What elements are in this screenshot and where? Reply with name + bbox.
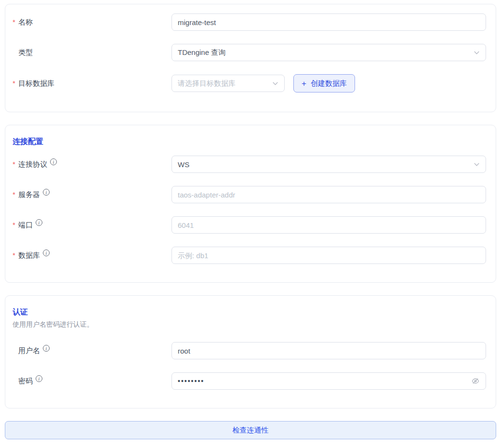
target-db-label-text: 目标数据库 <box>18 79 54 88</box>
info-icon[interactable]: i <box>43 250 50 256</box>
password-row: 密码 i •••••••• <box>13 372 486 390</box>
required-mark: * <box>13 220 18 230</box>
auth-subtitle: 使用用户名密码进行认证。 <box>13 320 486 329</box>
required-mark: * <box>13 17 18 27</box>
type-label-text: 类型 <box>18 48 33 57</box>
name-row: * 名称 <box>13 13 486 31</box>
create-database-button[interactable]: + 创建数据库 <box>293 74 355 92</box>
type-label: 类型 <box>13 48 171 57</box>
username-label-text: 用户名 <box>18 346 40 356</box>
datasource-form-page: * 名称 类型 TDengine 查询 <box>0 0 501 439</box>
target-db-label: * 目标数据库 <box>13 79 171 88</box>
database-label-text: 数据库 <box>18 250 40 260</box>
username-label: 用户名 i <box>13 346 171 356</box>
auth-card: 认证 使用用户名密码进行认证。 用户名 i 密码 i •••••••• <box>5 295 496 408</box>
chevron-down-icon <box>474 50 480 56</box>
password-input[interactable]: •••••••• <box>171 372 486 390</box>
server-label-text: 服务器 <box>18 190 40 199</box>
database-control <box>171 247 486 264</box>
check-connectivity-button[interactable]: 检查连通性 <box>5 421 496 439</box>
protocol-row: * 连接协议 i WS <box>13 156 486 173</box>
name-label: * 名称 <box>13 17 171 27</box>
protocol-select[interactable]: WS <box>171 156 486 173</box>
basic-info-card: * 名称 类型 TDengine 查询 <box>5 4 496 112</box>
database-row: * 数据库 i <box>13 247 486 264</box>
port-label: * 端口 i <box>13 220 171 230</box>
required-mark: * <box>13 190 18 199</box>
auth-title: 认证 <box>13 307 486 317</box>
chevron-down-icon <box>272 80 278 87</box>
type-control: TDengine 查询 <box>171 44 486 61</box>
database-label: * 数据库 i <box>13 250 171 260</box>
server-label: * 服务器 i <box>13 190 171 199</box>
protocol-label: * 连接协议 i <box>13 159 171 169</box>
info-icon[interactable]: i <box>36 219 42 226</box>
port-label-text: 端口 <box>18 220 33 230</box>
port-row: * 端口 i <box>13 216 486 234</box>
target-db-select[interactable]: 请选择目标数据库 <box>171 75 285 92</box>
port-input[interactable] <box>171 216 486 234</box>
create-database-button-label: 创建数据库 <box>311 79 347 88</box>
name-input[interactable] <box>171 13 486 31</box>
target-db-row: * 目标数据库 请选择目标数据库 + 创建数据库 <box>13 74 486 92</box>
type-select-value: TDengine 查询 <box>178 48 470 57</box>
info-icon[interactable]: i <box>43 189 50 196</box>
username-input[interactable] <box>171 342 486 359</box>
password-control: •••••••• <box>171 372 486 390</box>
password-label: 密码 i <box>13 376 171 386</box>
info-icon[interactable]: i <box>43 345 50 352</box>
required-mark: * <box>13 79 18 88</box>
plus-icon: + <box>302 79 306 88</box>
chevron-down-icon <box>474 161 480 168</box>
username-control <box>171 342 486 359</box>
database-input[interactable] <box>171 247 486 264</box>
connection-config-title: 连接配置 <box>13 137 486 147</box>
type-row: 类型 TDengine 查询 <box>13 44 486 61</box>
password-masked-value: •••••••• <box>178 377 204 385</box>
server-row: * 服务器 i <box>13 186 486 203</box>
protocol-select-value: WS <box>178 160 470 169</box>
eye-invisible-icon[interactable] <box>471 377 480 385</box>
protocol-label-text: 连接协议 <box>18 159 47 169</box>
target-db-control: 请选择目标数据库 + 创建数据库 <box>171 74 486 92</box>
connection-config-card: 连接配置 * 连接协议 i WS * 服务器 i <box>5 125 496 283</box>
info-icon[interactable]: i <box>36 375 42 382</box>
name-label-text: 名称 <box>18 17 33 27</box>
server-control <box>171 186 486 203</box>
type-select[interactable]: TDengine 查询 <box>171 44 486 61</box>
required-mark: * <box>13 250 18 260</box>
port-control <box>171 216 486 234</box>
target-db-select-placeholder: 请选择目标数据库 <box>178 79 268 88</box>
info-icon[interactable]: i <box>50 158 57 165</box>
username-row: 用户名 i <box>13 342 486 359</box>
password-label-text: 密码 <box>18 376 33 386</box>
name-control <box>171 13 486 31</box>
required-mark: * <box>13 159 18 169</box>
server-input[interactable] <box>171 186 486 203</box>
protocol-control: WS <box>171 156 486 173</box>
